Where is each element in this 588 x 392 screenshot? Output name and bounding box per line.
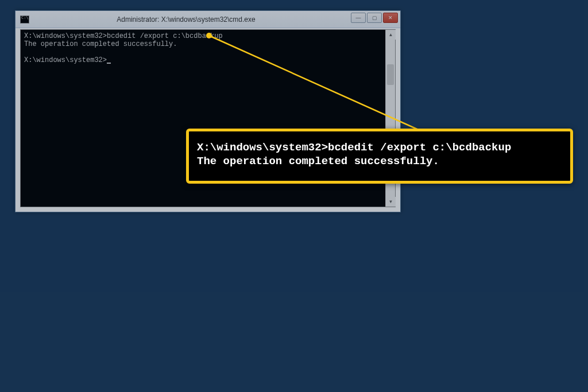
maximize-icon: ▢ (372, 15, 377, 21)
maximize-button[interactable]: ▢ (367, 13, 382, 23)
terminal-prompt: X:\windows\system32> (24, 56, 107, 64)
sysmenu-glyph: C:\ (21, 16, 29, 20)
close-button[interactable]: ✕ (383, 13, 398, 23)
scroll-up-button[interactable]: ▲ (386, 30, 396, 40)
minimize-button[interactable]: — (351, 13, 366, 23)
callout-line-1: X:\windows\system32>bcdedit /export c:\b… (197, 141, 511, 154)
window-title: Administrator: X:\windows\system32\cmd.e… (29, 15, 400, 24)
scroll-thumb[interactable] (387, 64, 394, 85)
chevron-up-icon: ▲ (389, 32, 393, 37)
cursor (107, 63, 111, 64)
callout-line-2: The operation completed successfully. (197, 155, 439, 168)
terminal-line-1: X:\windows\system32>bcdedit /export c:\b… (24, 32, 223, 40)
titlebar[interactable]: C:\ Administrator: X:\windows\system32\c… (16, 11, 400, 28)
scroll-down-button[interactable]: ▼ (386, 197, 396, 207)
window-controls: — ▢ ✕ (351, 13, 398, 23)
minimize-icon: — (356, 15, 361, 21)
callout-zoom: X:\windows\system32>bcdedit /export c:\b… (186, 129, 573, 184)
close-icon: ✕ (388, 15, 393, 21)
sysmenu-icon[interactable]: C:\ (20, 15, 29, 24)
chevron-down-icon: ▼ (389, 199, 393, 204)
terminal-line-2: The operation completed successfully. (24, 40, 177, 48)
